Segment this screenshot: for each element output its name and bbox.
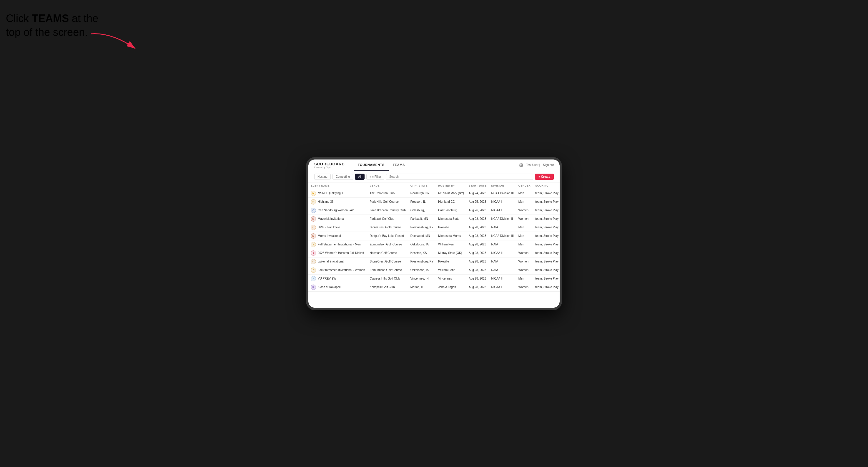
venue-cell: Edmundson Golf Course [367, 240, 408, 249]
event-name-cell: M MSMC Qualifying 1 [308, 189, 367, 197]
gender-cell: Women [516, 257, 533, 266]
nav-tournaments[interactable]: TOURNAMENTS [354, 159, 389, 171]
nav-links: TOURNAMENTS TEAMS [354, 159, 519, 171]
table-header-row: EVENT NAME VENUE CITY, STATE HOSTED BY S… [308, 182, 560, 189]
city-state-cell: Galesburg, IL [408, 206, 436, 215]
event-name-cell: F Fall Statesmen Invitational - Men [308, 240, 367, 249]
logo-main: SCOREBOARD [314, 162, 345, 166]
hosted-by-cell: Minnesota-Morris [436, 231, 466, 240]
scoring-cell: team, Stroke Play [533, 283, 560, 291]
event-name-cell: K Klash at Kokopelli [308, 283, 367, 291]
venue-cell: Cypress Hills Golf Club [367, 274, 408, 283]
table-row: F Fall Statesmen Invitational - Women Ed… [308, 266, 560, 274]
scoring-cell: team, Stroke Play [533, 197, 560, 206]
table-row: C Carl Sandburg Women FA23 Lake Bracken … [308, 206, 560, 215]
filter-button[interactable]: ≡ ≡ Filter [366, 174, 384, 180]
scoring-cell: team, Stroke Play [533, 231, 560, 240]
gender-cell: Men [516, 189, 533, 197]
col-venue: VENUE [367, 182, 408, 189]
city-state-cell: Newburgh, NY [408, 189, 436, 197]
create-button[interactable]: + Create [535, 174, 554, 180]
gender-cell: Women [516, 215, 533, 223]
scoring-cell: team, Stroke Play [533, 223, 560, 231]
col-event-name: EVENT NAME [308, 182, 367, 189]
hosted-by-cell: Murray State (OK) [436, 249, 466, 257]
svg-point-1 [521, 164, 522, 166]
event-name: upike fall invitational [318, 260, 344, 263]
start-date-cell: Aug 25, 2023 [466, 197, 489, 206]
city-state-cell: Deerwood, MN [408, 231, 436, 240]
hosted-by-cell: Carl Sandburg [436, 206, 466, 215]
table-row: F Fall Statesmen Invitational - Men Edmu… [308, 240, 560, 249]
gender-cell: Men [516, 223, 533, 231]
annotation-bold: TEAMS [32, 12, 69, 24]
nav-user: Test User | [526, 163, 540, 166]
venue-cell: StoneCrest Golf Course [367, 257, 408, 266]
event-name-cell: U upike fall invitational [308, 257, 367, 266]
city-state-cell: Faribault, MN [408, 215, 436, 223]
start-date-cell: Aug 28, 2023 [466, 223, 489, 231]
tablet-device: SCOREBOARD Powered by Clipd TOURNAMENTS … [306, 157, 562, 310]
hosted-by-cell: Highland CC [436, 197, 466, 206]
start-date-cell: Aug 24, 2023 [466, 189, 489, 197]
scoring-cell: team, Stroke Play [533, 240, 560, 249]
event-name: Morris Invitational [318, 234, 341, 238]
division-cell: NICAA I [489, 283, 516, 291]
division-cell: NAIA [489, 266, 516, 274]
venue-cell: The Powelton Club [367, 189, 408, 197]
nav-bar: SCOREBOARD Powered by Clipd TOURNAMENTS … [308, 159, 560, 171]
table-row: M Maverick Invitational Faribault Golf C… [308, 215, 560, 223]
gender-cell: Men [516, 197, 533, 206]
logo: SCOREBOARD Powered by Clipd [314, 162, 345, 168]
nav-signout[interactable]: Sign out [543, 163, 554, 166]
event-name-cell: V VU PREVIEW [308, 274, 367, 283]
division-cell: NAIA [489, 240, 516, 249]
table-row: U UPIKE Fall Invite StoneCrest Golf Cour… [308, 223, 560, 231]
start-date-cell: Aug 28, 2023 [466, 215, 489, 223]
event-name: Fall Statesmen Invitational - Men [318, 243, 361, 246]
scoring-cell: team, Stroke Play [533, 249, 560, 257]
venue-cell: Ruttger's Bay Lake Resort [367, 231, 408, 240]
table-row: 2 2023 Women's Hesston Fall Kickoff Hess… [308, 249, 560, 257]
event-name: Fall Statesmen Invitational - Women [318, 268, 365, 272]
event-name: UPIKE Fall Invite [318, 226, 340, 229]
start-date-cell: Aug 26, 2023 [466, 206, 489, 215]
venue-cell: Hesston Golf Course [367, 249, 408, 257]
gender-cell: Women [516, 249, 533, 257]
competing-button[interactable]: Competing [333, 174, 353, 180]
hosting-button[interactable]: Hosting [314, 174, 331, 180]
division-cell: NICAA I [489, 197, 516, 206]
toolbar: Hosting Competing All ≡ ≡ Filter + Creat… [308, 171, 560, 182]
gear-icon[interactable] [519, 163, 523, 167]
city-state-cell: Vincennes, IN [408, 274, 436, 283]
venue-cell: Edmundson Golf Course [367, 266, 408, 274]
start-date-cell: Aug 28, 2023 [466, 283, 489, 291]
all-button[interactable]: All [355, 174, 365, 180]
hosted-by-cell: Mt. Saint Mary (NY) [436, 189, 466, 197]
venue-cell: StoneCrest Golf Course [367, 223, 408, 231]
event-name: Highland 36 [318, 200, 333, 203]
col-division: DIVISION [489, 182, 516, 189]
nav-teams[interactable]: TEAMS [389, 159, 409, 171]
tournaments-table: EVENT NAME VENUE CITY, STATE HOSTED BY S… [308, 182, 560, 308]
table-row: U upike fall invitational StoneCrest Gol… [308, 257, 560, 266]
venue-cell: Lake Bracken Country Club [367, 206, 408, 215]
event-name: Klash at Kokopelli [318, 285, 341, 289]
hosted-by-cell: Minnesota State [436, 215, 466, 223]
city-state-cell: Freeport, IL [408, 197, 436, 206]
tablet-screen: SCOREBOARD Powered by Clipd TOURNAMENTS … [308, 159, 560, 308]
col-start-date: START DATE [466, 182, 489, 189]
event-name-cell: U UPIKE Fall Invite [308, 223, 367, 231]
col-city-state: CITY, STATE [408, 182, 436, 189]
event-name-cell: 2 2023 Women's Hesston Fall Kickoff [308, 249, 367, 257]
table-row: K Klash at Kokopelli Kokopelli Golf Club… [308, 283, 560, 291]
event-name: Carl Sandburg Women FA23 [318, 209, 355, 212]
hosted-by-cell: John A Logan [436, 283, 466, 291]
venue-cell: Kokopelli Golf Club [367, 283, 408, 291]
gender-cell: Women [516, 206, 533, 215]
search-input[interactable] [386, 174, 533, 180]
scoring-cell: team, Stroke Play [533, 257, 560, 266]
division-cell: NICAA II [489, 249, 516, 257]
table-row: M Morris Invitational Ruttger's Bay Lake… [308, 231, 560, 240]
logo-sub: Powered by Clipd [314, 166, 345, 168]
